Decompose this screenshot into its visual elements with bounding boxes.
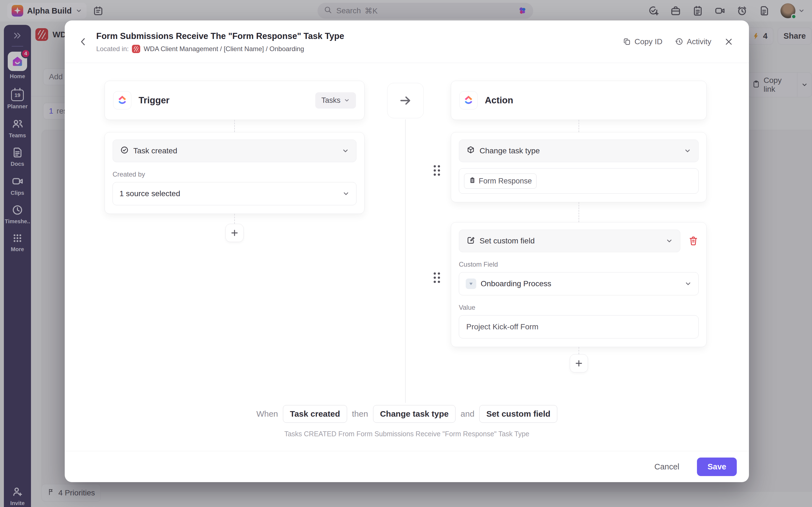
clipboard-icon [469, 177, 476, 186]
connector-dashed [578, 120, 579, 132]
copy-id-button[interactable]: Copy ID [623, 37, 662, 46]
chevron-down-icon [342, 147, 349, 155]
trigger-scope-select[interactable]: Tasks [315, 92, 356, 109]
automation-title: Form Submissions Receive The "Form Respo… [96, 31, 344, 41]
add-trigger-condition-button[interactable] [225, 224, 244, 242]
activity-button[interactable]: Activity [675, 37, 711, 46]
chevron-down-icon [342, 190, 350, 197]
trigger-header-card: Trigger Tasks [105, 81, 364, 120]
trigger-event-select[interactable]: Task created [112, 139, 356, 162]
add-action-button[interactable] [570, 354, 588, 373]
chevron-down-icon [666, 237, 673, 244]
close-icon[interactable] [724, 37, 733, 46]
summary-then: then [352, 409, 368, 418]
value-label: Value [459, 304, 699, 312]
action-column: Action Change task type Form Response [451, 81, 707, 373]
modal-header: Form Submissions Receive The "Form Respo… [65, 20, 749, 63]
save-button[interactable]: Save [697, 458, 737, 476]
value-input[interactable]: Project Kick-off Form [459, 315, 699, 338]
automation-summary: When Task created then Change task type … [65, 405, 749, 438]
modal-footer: Cancel Save [65, 451, 749, 482]
summary-action2-chip[interactable]: Set custom field [479, 405, 557, 423]
chevron-down-icon [684, 147, 691, 155]
task-type-chip[interactable]: Form Response [464, 173, 537, 189]
set-custom-field-card: Set custom field Custom Field Onboarding… [451, 222, 707, 347]
custom-field-label: Custom Field [459, 261, 699, 268]
check-circle-icon [120, 146, 129, 156]
breadcrumb[interactable]: WDA Client Management / [Client Name] / … [144, 45, 304, 53]
summary-description: Tasks CREATED From Form Submissions Rece… [284, 430, 529, 438]
connector-dashed [234, 214, 235, 224]
created-by-select[interactable]: 1 source selected [112, 182, 356, 205]
wda-workspace-icon [132, 45, 140, 53]
trigger-column: Trigger Tasks Task created Created by 1 … [105, 81, 364, 242]
connector-dashed [578, 347, 579, 354]
action-type-select[interactable]: Change task type [459, 139, 699, 162]
column-divider [405, 119, 406, 403]
action-type-select[interactable]: Set custom field [459, 230, 680, 252]
task-type-field[interactable]: Form Response [459, 168, 699, 194]
task-type-cube-icon [466, 146, 475, 156]
trigger-config-card: Task created Created by 1 source selecte… [105, 132, 364, 214]
custom-field-select[interactable]: Onboarding Process [459, 272, 699, 295]
summary-when: When [256, 409, 278, 418]
connector-dashed [578, 202, 579, 222]
copy-icon [623, 38, 631, 46]
back-button[interactable] [78, 37, 89, 47]
action-header-card: Action [451, 81, 707, 120]
drag-handle[interactable] [434, 165, 440, 176]
connector-dashed [234, 120, 235, 132]
change-task-type-card: Change task type Form Response [451, 132, 707, 202]
located-in-label: Located in: [96, 45, 129, 53]
summary-trigger-chip[interactable]: Task created [283, 405, 347, 423]
automation-modal: Form Submissions Receive The "Form Respo… [65, 20, 749, 482]
arrow-right-icon [399, 94, 412, 107]
summary-action1-chip[interactable]: Change task type [373, 405, 456, 423]
clickup-logo [113, 91, 132, 109]
history-icon [675, 38, 683, 46]
action-title: Action [485, 95, 513, 106]
trigger-to-action-arrow [387, 83, 424, 118]
trigger-title: Trigger [139, 95, 169, 106]
chevron-down-icon [344, 97, 350, 103]
summary-and: and [460, 409, 474, 418]
located-in-row: Located in: WDA Client Management / [Cli… [96, 45, 344, 53]
drag-handle[interactable] [434, 272, 440, 283]
chevron-down-icon [684, 280, 692, 287]
edit-field-icon [466, 236, 475, 246]
cancel-button[interactable]: Cancel [649, 458, 685, 475]
clickup-logo [459, 91, 477, 109]
dropdown-field-type-icon [466, 279, 476, 289]
delete-action-icon[interactable] [688, 236, 699, 246]
created-by-label: Created by [112, 170, 356, 178]
